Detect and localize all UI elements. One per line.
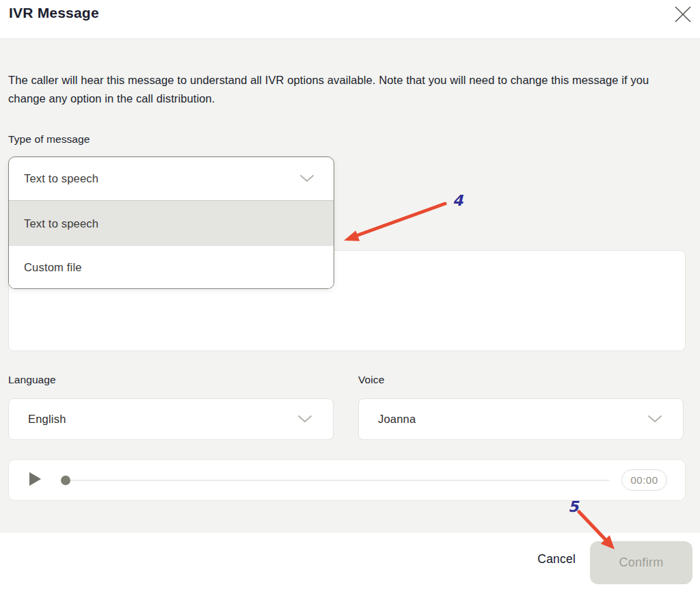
type-of-message-select: Text to speech Text to speech Custom fil… [8,156,334,289]
chevron-down-icon [299,173,314,185]
type-of-message-selected-value[interactable]: Text to speech [9,157,334,200]
audio-scrubber-handle[interactable] [61,476,70,485]
play-button[interactable] [27,471,43,489]
cancel-button[interactable]: Cancel [537,552,576,566]
annotation-label-4: 4 [453,192,463,209]
close-button[interactable] [671,3,695,27]
audio-time: 00:00 [621,469,667,491]
confirm-button[interactable]: Confirm [590,541,692,584]
dialog-header: IVR Message [0,0,700,39]
option-custom-file[interactable]: Custom file [9,246,334,289]
voice-selected-value: Joanna [378,413,416,426]
close-icon [673,5,692,26]
chevron-down-icon [297,413,312,426]
dialog-description: The caller will hear this message to und… [8,71,677,108]
option-text-to-speech[interactable]: Text to speech [9,200,334,246]
play-icon [28,471,42,489]
voice-select[interactable]: Joanna [358,398,684,440]
chevron-down-icon [647,413,662,426]
audio-track [70,480,609,481]
audio-progress-bar[interactable] [61,476,609,485]
language-select[interactable]: English [8,398,334,440]
ivr-message-dialog: IVR Message The caller will hear this me… [0,0,700,589]
annotation-label-5: 5 [568,498,578,515]
type-of-message-label: Type of message [8,133,90,146]
language-label: Language [8,374,56,386]
page-title: IVR Message [9,5,99,21]
voice-label: Voice [358,374,384,386]
language-selected-value: English [28,413,66,426]
dialog-footer: Cancel Confirm [0,533,700,589]
audio-player: 00:00 [8,459,686,501]
selected-option-label: Text to speech [24,172,98,185]
